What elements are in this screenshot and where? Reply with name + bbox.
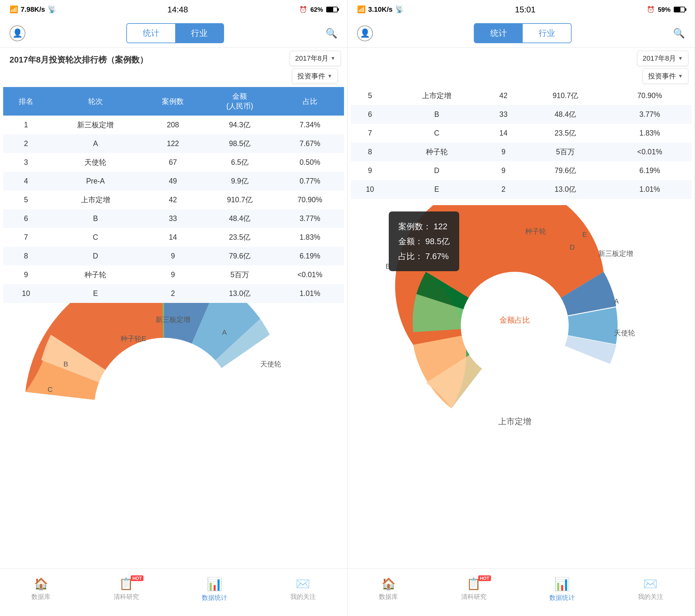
bottom-research-right[interactable]: 📋 HOT 清科研究 [461,577,487,601]
cell-rank: 5 [3,190,49,209]
battery-text-right: 59% [658,6,671,13]
bottom-watch-left[interactable]: ✉️ 我的关注 [290,577,316,601]
table-row[interactable]: 7 C 14 23.5亿 1.83% [3,228,344,247]
cell-round: 上市定增 [389,86,484,105]
cell-amount: 910.7亿 [204,190,276,209]
year-month-dropdown-left[interactable]: 2017年8月 ▼ [290,51,341,66]
cell-ratio: 6.19% [276,247,344,265]
status-right-left: ⏰ 62% [299,6,338,13]
status-signal-right: 📶 3.10K/s 📡 [357,5,404,14]
bottom-bar-right: 🏠 数据库 📋 HOT 清科研究 📊 数据统计 ✉️ 我的关注 [348,568,695,610]
table-row[interactable]: 9 D 9 79.6亿 6.19% [351,161,692,180]
event-filter-label-right: 投资事件 [648,71,676,81]
tab-industry-right[interactable]: 行业 [523,24,571,43]
signal-text-right: 3.10K/s [368,5,393,14]
cell-ratio: 70.90% [608,86,692,105]
watch-icon-left: ✉️ [296,577,310,590]
cell-ratio: 7.67% [276,134,344,153]
cell-rank: 1 [3,116,49,134]
cell-round: A [49,134,142,153]
event-filter-dropdown-right[interactable]: 投资事件 ▼ [643,69,688,84]
tooltip-box: 案例数： 122 金额： 98.5亿 占比： 7.67% [389,212,459,271]
table-row[interactable]: 8 D 9 79.6亿 6.19% [3,247,344,265]
stats-icon-right: 📊 [554,577,570,592]
table-row[interactable]: 3 天使轮 67 6.5亿 0.50% [3,153,344,172]
table-row[interactable]: 2 A 122 98.5亿 7.67% [3,134,344,153]
user-icon-right[interactable]: 👤 [357,26,373,41]
alarm-icon: ⏰ [299,6,307,13]
cell-round: 新三板定增 [49,116,142,134]
event-filter-dropdown-left[interactable]: 投资事件 ▼ [292,69,338,84]
bottom-research-left[interactable]: 📋 HOT 清科研究 [114,577,139,601]
table-row[interactable]: 8 种子轮 9 5百万 <0.01% [351,143,692,161]
table-row[interactable]: 7 C 14 23.5亿 1.83% [351,124,692,143]
cell-rank: 6 [351,105,389,124]
col-ratio: 占比 [276,87,344,116]
bottom-database-right[interactable]: 🏠 数据库 [379,577,398,601]
nav-tabs-left: 统计 行业 [126,23,224,43]
table-row[interactable]: 6 B 33 48.4亿 3.77% [351,105,692,124]
status-signal-left: 📶 7.98K/s 📡 [10,5,56,14]
donut-section: 案例数： 122 金额： 98.5亿 占比： 7.67% [348,205,695,429]
home-icon-right: 🏠 [382,577,396,590]
cell-amount: 23.5亿 [523,124,608,143]
cell-ratio: 1.83% [276,228,344,247]
table-row[interactable]: 10 E 2 13.0亿 1.01% [3,284,344,303]
watch-label-right: 我的关注 [638,593,663,601]
status-bar-left: 📶 7.98K/s 📡 14:48 ⏰ 62% [0,0,347,19]
cell-cases: 9 [142,265,204,284]
dropdown-arrow-2: ▼ [327,73,332,79]
svg-text:新三板定增: 新三板定增 [155,316,190,323]
cell-amount: 94.3亿 [204,116,276,134]
bottom-database-left[interactable]: 🏠 数据库 [31,577,50,601]
cell-ratio: 1.01% [276,284,344,303]
cell-round: 上市定增 [49,190,142,209]
tooltip-cases-value: 122 [434,222,447,231]
table-row[interactable]: 5 上市定增 42 910.7亿 70.90% [351,86,692,105]
cell-ratio: 70.90% [276,190,344,209]
tab-industry-left[interactable]: 行业 [175,24,223,43]
table-row[interactable]: 9 种子轮 9 5百万 <0.01% [3,265,344,284]
table-row[interactable]: 6 B 33 48.4亿 3.77% [3,209,344,228]
col-amount: 金额(人民币) [204,87,276,116]
cell-amount: 6.5亿 [204,153,276,172]
svg-text:A: A [222,328,227,336]
bottom-bar-left: 🏠 数据库 📋 HOT 清科研究 📊 数据统计 ✉️ 我的关注 [0,568,347,610]
svg-text:B: B [64,360,68,368]
dropdown-arrow-1: ▼ [330,55,336,61]
dropdown-arrow-4: ▼ [678,73,683,79]
nav-bar-left: 👤 统计 行业 🔍 [0,19,347,48]
cell-amount: 23.5亿 [204,228,276,247]
col-round: 轮次 [49,87,142,116]
cell-ratio: 0.77% [276,172,344,190]
table-row[interactable]: 4 Pre-A 49 9.9亿 0.77% [3,172,344,190]
table-row[interactable]: 5 上市定增 42 910.7亿 70.90% [3,190,344,209]
cell-amount: 910.7亿 [523,86,608,105]
table-row[interactable]: 1 新三板定增 208 94.3亿 7.34% [3,116,344,134]
bottom-watch-right[interactable]: ✉️ 我的关注 [638,577,663,601]
cell-amount: 79.6亿 [204,247,276,265]
cell-ratio: 3.77% [276,209,344,228]
cell-rank: 3 [3,153,49,172]
dropdown-arrow-3: ▼ [678,55,683,61]
search-icon-right[interactable]: 🔍 [673,27,685,40]
cell-ratio: 6.19% [608,161,692,180]
search-icon-left[interactable]: 🔍 [325,27,338,40]
year-month-dropdown-right[interactable]: 2017年8月 ▼ [637,51,688,66]
user-icon-left[interactable]: 👤 [10,26,26,41]
tooltip-ratio-value: 7.67% [425,251,449,261]
cell-cases: 14 [142,228,204,247]
tab-statistics-left[interactable]: 统计 [127,24,175,43]
bottom-stats-left[interactable]: 📊 数据统计 [202,577,227,602]
stats-label-right: 数据统计 [549,594,575,602]
battery-text-left: 62% [310,6,323,13]
bottom-stats-right[interactable]: 📊 数据统计 [549,577,575,602]
table-row[interactable]: 10 E 2 13.0亿 1.01% [351,180,692,199]
watch-label-left: 我的关注 [290,593,316,601]
cell-rank: 5 [351,86,389,105]
tab-statistics-right[interactable]: 统计 [474,24,523,43]
svg-text:种子轮: 种子轮 [525,227,546,235]
cell-round: D [389,161,484,180]
svg-text:A: A [614,297,619,305]
nav-tabs-right: 统计 行业 [474,23,572,43]
